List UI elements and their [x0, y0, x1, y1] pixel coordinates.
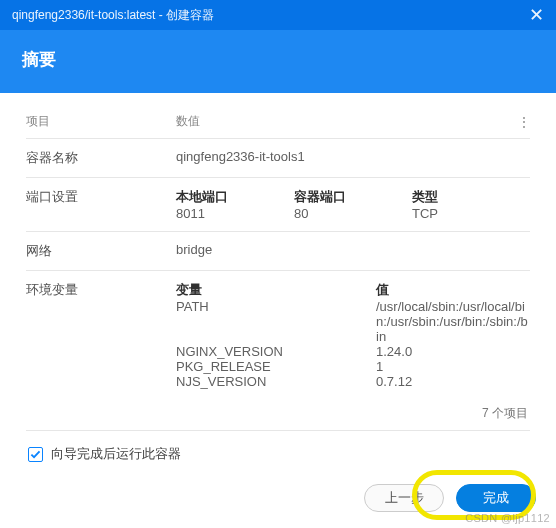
env-var: PATH: [176, 299, 376, 344]
row-val-env: 变量 值 PATH/usr/local/sbin:/usr/local/bin:…: [176, 281, 530, 389]
header-title: 摘要: [22, 50, 56, 69]
col-val-header: 数值: [176, 113, 514, 130]
row-val-network: bridge: [176, 242, 530, 257]
run-after-label: 向导完成后运行此容器: [51, 445, 181, 463]
close-icon[interactable]: ✕: [529, 6, 544, 24]
section-header: 摘要: [0, 30, 556, 93]
back-button[interactable]: 上一步: [364, 484, 444, 512]
row-key-container-name: 容器名称: [26, 149, 176, 167]
env-var: PKG_RELEASE: [176, 359, 376, 374]
col-key-header: 项目: [26, 113, 176, 130]
checkbox-checked-icon[interactable]: [28, 447, 43, 462]
env-var: NGINX_VERSION: [176, 344, 376, 359]
divider: [26, 430, 530, 431]
table-header: 项目 数值 ⋮: [26, 113, 530, 138]
env-val: 0.7.12: [376, 374, 530, 389]
env-head-var: 变量: [176, 281, 376, 299]
row-val-port: 本地端口 容器端口 类型 8011 80 TCP: [176, 188, 530, 221]
port-head-container: 容器端口: [294, 188, 412, 206]
table-row: 网络 bridge: [26, 231, 530, 270]
row-val-container-name: qingfeng2336-it-tools1: [176, 149, 530, 164]
titlebar: qingfeng2336/it-tools:latest - 创建容器 ✕: [0, 0, 556, 30]
env-val: 1.24.0: [376, 344, 530, 359]
port-head-local: 本地端口: [176, 188, 294, 206]
env-row: PKG_RELEASE1: [176, 359, 530, 374]
create-container-dialog: qingfeng2336/it-tools:latest - 创建容器 ✕ 摘要…: [0, 0, 556, 528]
row-key-port: 端口设置: [26, 188, 176, 206]
port-container: 80: [294, 206, 412, 221]
env-row: PATH/usr/local/sbin:/usr/local/bin:/usr/…: [176, 299, 530, 344]
watermark: CSDN @ljp1112: [465, 512, 550, 524]
summary-content: 项目 数值 ⋮ 容器名称 qingfeng2336-it-tools1 端口设置…: [0, 93, 556, 474]
table-row: 环境变量 变量 值 PATH/usr/local/sbin:/usr/local…: [26, 270, 530, 399]
finish-button[interactable]: 完成: [456, 484, 536, 512]
table-row: 端口设置 本地端口 容器端口 类型 8011 80 TCP: [26, 177, 530, 231]
kebab-menu-icon[interactable]: ⋮: [514, 115, 530, 129]
env-row: NJS_VERSION0.7.12: [176, 374, 530, 389]
port-type: TCP: [412, 206, 530, 221]
port-local: 8011: [176, 206, 294, 221]
port-head-type: 类型: [412, 188, 530, 206]
env-val: 1: [376, 359, 530, 374]
run-after-option[interactable]: 向导完成后运行此容器: [26, 443, 530, 473]
table-row: 容器名称 qingfeng2336-it-tools1: [26, 138, 530, 177]
env-head-val: 值: [376, 281, 530, 299]
env-var: NJS_VERSION: [176, 374, 376, 389]
items-count: 7 个项目: [26, 399, 530, 422]
env-val: /usr/local/sbin:/usr/local/bin:/usr/sbin…: [376, 299, 530, 344]
env-row: NGINX_VERSION1.24.0: [176, 344, 530, 359]
row-key-env: 环境变量: [26, 281, 176, 299]
row-key-network: 网络: [26, 242, 176, 260]
dialog-title: qingfeng2336/it-tools:latest - 创建容器: [12, 7, 214, 24]
